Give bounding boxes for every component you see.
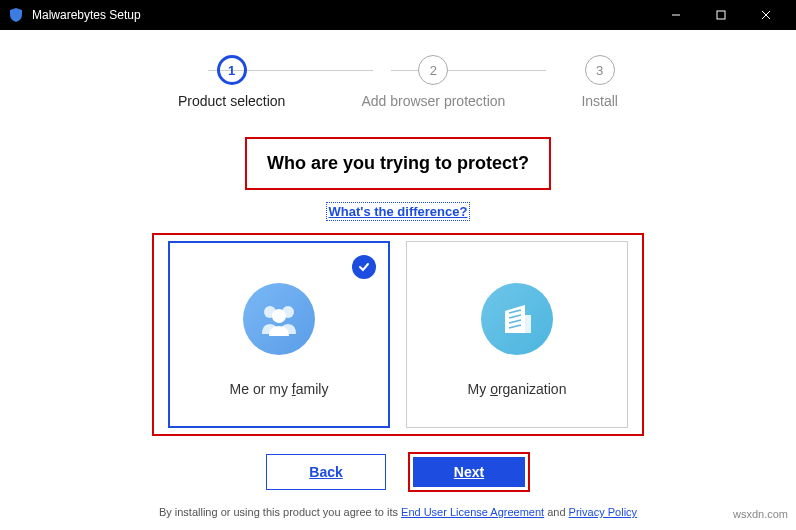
titlebar: Malwarebytes Setup: [0, 0, 796, 30]
step-2: 2 Add browser protection: [361, 55, 505, 109]
app-icon: [8, 7, 24, 23]
family-icon: [243, 283, 315, 355]
privacy-link[interactable]: Privacy Policy: [569, 506, 637, 518]
svg-rect-1: [717, 11, 725, 19]
card-family-label: Me or my family: [230, 381, 329, 397]
cards-highlight: Me or my family My organization: [152, 233, 644, 436]
step-3-label: Install: [581, 93, 618, 109]
page-heading: Who are you trying to protect?: [267, 153, 529, 174]
maximize-button[interactable]: [698, 0, 743, 30]
step-2-circle: 2: [418, 55, 448, 85]
next-button[interactable]: Next: [413, 457, 525, 487]
svg-point-6: [272, 309, 286, 323]
option-card-family[interactable]: Me or my family: [168, 241, 390, 428]
progress-stepper: 1 Product selection 2 Add browser protec…: [178, 55, 618, 109]
option-card-organization[interactable]: My organization: [406, 241, 628, 428]
watermark: wsxdn.com: [733, 508, 788, 520]
close-button[interactable]: [743, 0, 788, 30]
back-button[interactable]: Back: [266, 454, 386, 490]
content-area: 1 Product selection 2 Add browser protec…: [0, 30, 796, 526]
selected-check-icon: [352, 255, 376, 279]
footer-text: By installing or using this product you …: [159, 506, 637, 518]
svg-rect-7: [525, 315, 531, 333]
step-1: 1 Product selection: [178, 55, 285, 109]
step-1-circle: 1: [217, 55, 247, 85]
step-1-label: Product selection: [178, 93, 285, 109]
minimize-button[interactable]: [653, 0, 698, 30]
window-title: Malwarebytes Setup: [32, 8, 653, 22]
step-2-label: Add browser protection: [361, 93, 505, 109]
organization-icon: [481, 283, 553, 355]
step-3: 3 Install: [581, 55, 618, 109]
whats-the-difference-link[interactable]: What's the difference?: [326, 202, 471, 221]
next-button-highlight: Next: [408, 452, 530, 492]
eula-link[interactable]: End User License Agreement: [401, 506, 544, 518]
buttons-row: Back Next: [266, 452, 530, 492]
card-org-label: My organization: [468, 381, 567, 397]
heading-highlight: Who are you trying to protect?: [245, 137, 551, 190]
step-3-circle: 3: [585, 55, 615, 85]
